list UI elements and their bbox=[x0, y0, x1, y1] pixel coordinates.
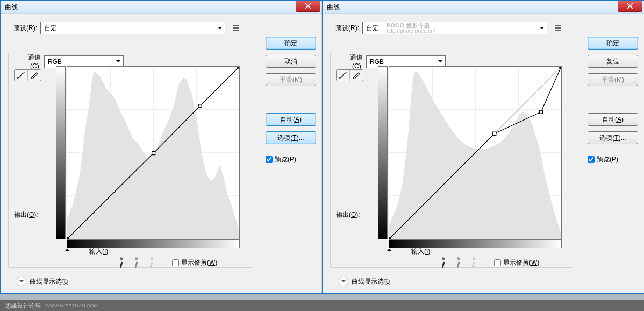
gray-eyedropper-icon[interactable] bbox=[452, 256, 465, 270]
smooth-button[interactable]: 平滑(M) bbox=[266, 73, 316, 86]
smooth-button[interactable]: 平滑(M) bbox=[588, 73, 638, 86]
black-eyedropper-icon[interactable] bbox=[115, 256, 128, 270]
svg-rect-23 bbox=[539, 110, 542, 114]
curve-tool-toggle[interactable] bbox=[336, 69, 363, 81]
svg-rect-12 bbox=[135, 257, 138, 260]
svg-rect-25 bbox=[442, 257, 445, 260]
preview-label: 预览(P) bbox=[597, 155, 618, 164]
close-icon bbox=[627, 3, 633, 9]
title-bar[interactable]: 曲线 bbox=[323, 1, 644, 14]
input-gradient[interactable] bbox=[389, 239, 562, 248]
curve-point-tool-icon[interactable] bbox=[15, 70, 27, 81]
footer-watermark: 思缘设计论坛WWW.MISSYUAN.COM bbox=[0, 300, 644, 311]
svg-rect-24 bbox=[560, 67, 561, 68]
ok-button[interactable]: 确定 bbox=[588, 37, 638, 50]
reset-button[interactable]: 复位 bbox=[588, 55, 638, 68]
show-clipping-label: 显示修剪(W) bbox=[503, 258, 539, 267]
curve-svg bbox=[67, 67, 239, 239]
black-eyedropper-icon[interactable] bbox=[437, 256, 450, 270]
svg-rect-26 bbox=[457, 257, 460, 260]
options-button[interactable]: 选项(T)... bbox=[266, 131, 316, 144]
preset-label: 预设(R): bbox=[327, 24, 359, 33]
ok-button[interactable]: 确定 bbox=[266, 37, 316, 50]
close-button[interactable] bbox=[618, 1, 642, 12]
svg-rect-22 bbox=[493, 132, 496, 135]
curves-dialog-left: 曲线 预设(R): 自定 确定 取消 平滑(M) bbox=[0, 0, 323, 294]
curve-canvas[interactable] bbox=[389, 66, 562, 239]
chevron-down-icon bbox=[17, 277, 26, 286]
svg-rect-9 bbox=[198, 104, 202, 108]
preset-select[interactable]: 自定 bbox=[40, 22, 225, 34]
channel-value: RGB bbox=[48, 58, 62, 66]
show-clipping-checkbox[interactable]: 显示修剪(W) bbox=[494, 258, 539, 267]
window-title: 曲线 bbox=[1, 3, 18, 12]
disclosure-label: 曲线显示选项 bbox=[352, 277, 390, 286]
curve-draw-tool-icon[interactable] bbox=[349, 70, 363, 81]
black-point-slider[interactable] bbox=[65, 246, 70, 251]
show-clipping-input[interactable] bbox=[172, 259, 179, 266]
output-gradient bbox=[56, 66, 66, 239]
preset-select[interactable]: 自定 POCO 摄影专题http://photo.poco.cn/ bbox=[362, 22, 547, 34]
channel-label: 通道(C): bbox=[20, 53, 41, 70]
preset-value: 自定 bbox=[44, 24, 57, 33]
preset-label: 预设(R): bbox=[5, 24, 37, 33]
preview-label: 预览(P) bbox=[275, 155, 296, 164]
chevron-down-icon bbox=[339, 277, 348, 286]
auto-button[interactable]: 自动(A) bbox=[588, 113, 638, 126]
preset-value: 自定 bbox=[366, 24, 379, 33]
svg-rect-13 bbox=[150, 257, 153, 260]
preview-check-input[interactable] bbox=[266, 156, 273, 163]
preset-menu-icon[interactable] bbox=[231, 23, 241, 33]
channel-label: 通道(C): bbox=[342, 53, 363, 70]
close-icon bbox=[305, 3, 311, 9]
curve-display-options-disclosure[interactable]: 曲线显示选项 bbox=[339, 277, 390, 286]
preview-checkbox[interactable]: 预览(P) bbox=[588, 155, 638, 164]
input-label: 输入(I): bbox=[89, 247, 110, 256]
white-eyedropper-icon[interactable] bbox=[145, 256, 158, 270]
svg-rect-10 bbox=[238, 67, 239, 68]
curve-svg bbox=[389, 67, 561, 239]
gray-eyedropper-icon[interactable] bbox=[130, 256, 143, 270]
preset-menu-icon[interactable] bbox=[553, 23, 563, 33]
white-point-slider[interactable] bbox=[234, 246, 240, 251]
svg-rect-21 bbox=[389, 237, 391, 239]
input-gradient[interactable] bbox=[67, 239, 240, 248]
curves-dialog-right: 曲线 预设(R): 自定 POCO 摄影专题http://photo.poco.… bbox=[322, 0, 644, 294]
svg-rect-7 bbox=[67, 237, 69, 239]
show-clipping-label: 显示修剪(W) bbox=[181, 258, 217, 267]
disclosure-label: 曲线显示选项 bbox=[30, 277, 68, 286]
chevron-down-icon bbox=[436, 58, 444, 66]
input-label: 输入(I): bbox=[411, 247, 432, 256]
chevron-down-icon bbox=[538, 24, 546, 32]
show-clipping-checkbox[interactable]: 显示修剪(W) bbox=[172, 258, 217, 267]
poco-watermark: POCO 摄影专题http://photo.poco.cn/ bbox=[387, 23, 435, 34]
output-label: 输出(O): bbox=[336, 210, 360, 220]
svg-rect-11 bbox=[120, 257, 123, 260]
svg-rect-27 bbox=[472, 257, 475, 260]
svg-rect-8 bbox=[152, 152, 155, 155]
options-button[interactable]: 选项(T)... bbox=[588, 131, 638, 144]
curve-point-tool-icon[interactable] bbox=[337, 70, 349, 81]
chevron-down-icon bbox=[216, 24, 224, 32]
curve-display-options-disclosure[interactable]: 曲线显示选项 bbox=[17, 277, 68, 286]
show-clipping-input[interactable] bbox=[494, 259, 501, 266]
output-label: 输出(O): bbox=[14, 210, 38, 220]
auto-button[interactable]: 自动(A) bbox=[266, 113, 316, 126]
curves-fieldset: 通道(C): RGB 输出(O): 输入(I): bbox=[8, 53, 251, 268]
preview-checkbox[interactable]: 预览(P) bbox=[266, 155, 316, 164]
title-bar[interactable]: 曲线 bbox=[1, 1, 323, 14]
curve-canvas[interactable] bbox=[67, 66, 240, 239]
curve-draw-tool-icon[interactable] bbox=[27, 70, 41, 81]
output-gradient bbox=[378, 66, 388, 239]
white-eyedropper-icon[interactable] bbox=[467, 256, 480, 270]
curves-fieldset: 通道(C): RGB 输出(O): 输入(I): bbox=[330, 53, 573, 268]
close-button[interactable] bbox=[296, 1, 320, 12]
chevron-down-icon bbox=[114, 58, 122, 66]
window-title: 曲线 bbox=[323, 3, 340, 12]
preview-check-input[interactable] bbox=[588, 156, 595, 163]
white-point-slider[interactable] bbox=[556, 246, 562, 251]
cancel-button[interactable]: 取消 bbox=[266, 55, 316, 68]
channel-value: RGB bbox=[370, 58, 384, 66]
black-point-slider[interactable] bbox=[387, 246, 392, 251]
curve-tool-toggle[interactable] bbox=[14, 69, 41, 81]
